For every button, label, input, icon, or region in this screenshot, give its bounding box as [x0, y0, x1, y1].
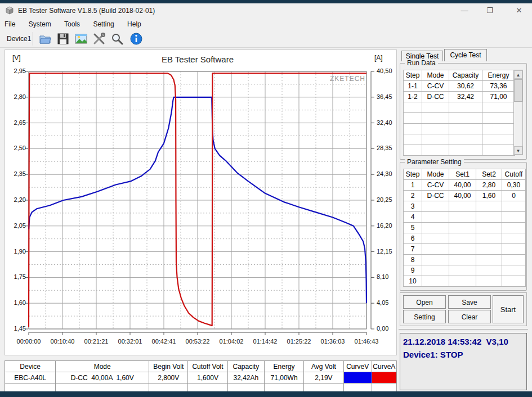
setting-button[interactable]: Setting: [403, 310, 446, 323]
tools-icon[interactable]: [92, 32, 106, 46]
energy-cell: 71,00Wh: [264, 372, 303, 384]
table-cell: D-CC: [422, 191, 449, 201]
table-row[interactable]: [404, 102, 515, 113]
table-row[interactable]: 10: [404, 276, 526, 287]
column-header: Device: [5, 361, 56, 372]
right-axis-tick-label: 4,05: [377, 299, 398, 306]
table-row[interactable]: [404, 134, 515, 145]
table-cell: [449, 265, 476, 276]
mode-cell: D-CC 40,00A 1,60V: [56, 372, 149, 384]
minimize-button[interactable]: —: [452, 3, 477, 18]
scrollbar-thumb[interactable]: [514, 79, 522, 102]
open-button[interactable]: Open: [403, 295, 446, 309]
window-bottom-strip: [0, 391, 532, 397]
right-axis-tick-label: 36,45: [377, 93, 398, 100]
table-row[interactable]: 3: [404, 201, 526, 212]
menu-help[interactable]: Help: [122, 18, 147, 30]
table-cell: [422, 201, 449, 212]
right-axis-tick-label: 20,25: [377, 196, 398, 203]
curve-v-color-swatch: [343, 372, 372, 384]
left-axis-tick-label: 2,05: [5, 222, 26, 229]
right-axis-tick-label: 40,50: [377, 67, 398, 74]
column-header: Set1: [449, 169, 476, 180]
table-cell: 2: [404, 191, 422, 201]
table-cell: [476, 223, 502, 233]
separator: [399, 329, 528, 330]
scroll-up-icon[interactable]: ▲: [514, 70, 522, 79]
table-cell: 1,60: [476, 191, 502, 201]
table-row[interactable]: 8: [404, 255, 526, 265]
x-axis-tick-label: 00:00:00: [12, 338, 46, 345]
app-cube-icon: [5, 6, 14, 15]
table-cell: [449, 102, 482, 113]
table-cell: 1-2: [404, 92, 422, 102]
table-row[interactable]: 2D-CC40,001,600: [404, 191, 526, 201]
info-icon[interactable]: [129, 32, 143, 46]
table-row[interactable]: 1-2D-CC32,4271,00: [404, 92, 515, 102]
table-cell: [449, 212, 476, 223]
table-row[interactable]: [404, 113, 515, 124]
right-axis-tick-label: 12,15: [377, 248, 398, 255]
tab-cycle-test[interactable]: Cycle Test: [444, 49, 487, 61]
column-header: Avg Volt: [304, 361, 343, 372]
close-button[interactable]: ✕: [507, 3, 531, 18]
open-file-icon[interactable]: [38, 32, 52, 46]
table-row[interactable]: [404, 124, 515, 134]
table-row[interactable]: 1C-CV40,002,800,30: [404, 180, 526, 191]
chart-canvas: [5, 50, 397, 356]
table-row[interactable]: 9: [404, 265, 526, 276]
table-cell: [502, 265, 526, 276]
x-axis-tick-label: 01:25:22: [282, 338, 316, 345]
begin-volt-cell: 2,800V: [149, 372, 188, 384]
right-axis-tick-label: 24,30: [377, 170, 398, 177]
column-header: Energy: [264, 361, 303, 372]
menu-tools[interactable]: Tools: [59, 18, 86, 30]
column-header: CurveV: [343, 361, 372, 372]
table-cell: C-CV: [422, 180, 449, 191]
device-summary-wrap: DeviceModeBegin VoltCutoff VoltCapacityE…: [5, 360, 398, 391]
table-cell: [502, 201, 526, 212]
export-image-icon[interactable]: [74, 32, 88, 46]
device-tab[interactable]: Device1: [2, 32, 35, 46]
table-row: [5, 384, 397, 392]
start-button[interactable]: Start: [493, 295, 524, 323]
table-cell: 2,80: [476, 180, 502, 191]
scroll-down-icon[interactable]: ▼: [514, 146, 522, 155]
save-button[interactable]: Save: [448, 295, 491, 309]
device-summary-row[interactable]: EBC-A40LD-CC 40,00A 1,60V2,800V1,600V32,…: [5, 372, 397, 384]
menu-file[interactable]: File: [0, 18, 21, 30]
maximize-button[interactable]: ❐: [477, 3, 502, 18]
run-data-scrollbar[interactable]: ▲ ▼: [513, 70, 523, 155]
save-icon[interactable]: [56, 32, 70, 46]
zoom-icon[interactable]: [110, 32, 124, 46]
table-cell: [422, 276, 449, 287]
column-header: CurveA: [372, 361, 396, 372]
clear-button[interactable]: Clear: [448, 310, 491, 323]
x-axis-tick-label: 00:10:40: [46, 338, 79, 345]
table-row[interactable]: 4: [404, 212, 526, 223]
table-row[interactable]: [404, 145, 515, 156]
table-cell: 3: [404, 201, 422, 212]
right-axis-tick-label: 16,20: [377, 222, 398, 229]
window-title: EB Tester Software V1.8.5 (Build 2018-02…: [18, 3, 155, 18]
column-header: Step: [404, 70, 422, 81]
table-row[interactable]: 1-1C-CV30,6273,36: [404, 81, 515, 92]
table-cell: [422, 134, 449, 145]
table-row[interactable]: 5: [404, 223, 526, 233]
table-row[interactable]: 6: [404, 233, 526, 244]
x-axis-tick-label: 00:21:21: [79, 338, 113, 345]
table-cell: [449, 145, 482, 156]
table-cell: [502, 223, 526, 233]
table-cell: 10: [404, 276, 422, 287]
table-cell: [449, 233, 476, 244]
table-cell: 40,00: [449, 191, 476, 201]
device-summary-table: DeviceModeBegin VoltCutoff VoltCapacityE…: [5, 360, 397, 391]
column-header: Set2: [476, 169, 502, 180]
menu-setting[interactable]: Setting: [87, 18, 119, 30]
table-cell: 1-1: [404, 81, 422, 92]
column-header: Capacity: [449, 70, 482, 81]
table-row[interactable]: 7: [404, 244, 526, 255]
menu-system[interactable]: System: [23, 18, 57, 30]
table-cell: [404, 134, 422, 145]
table-cell: [422, 223, 449, 233]
